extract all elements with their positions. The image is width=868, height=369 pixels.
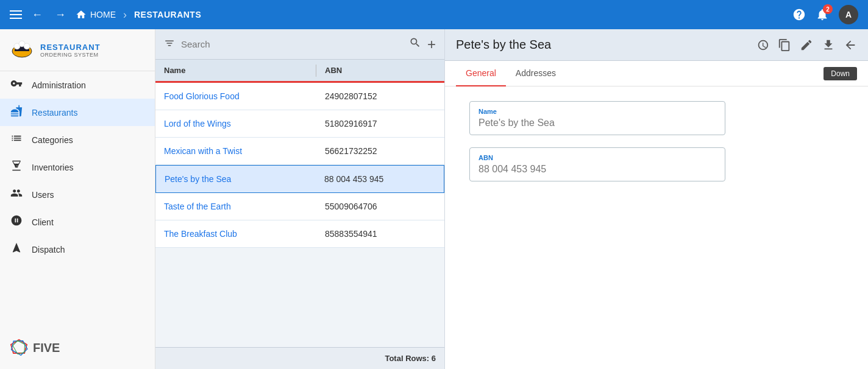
hamburger-menu[interactable] bbox=[10, 10, 22, 19]
detail-tabs: General Addresses Down bbox=[445, 61, 868, 86]
name-value: Pete's by the Sea bbox=[478, 118, 716, 128]
users-icon bbox=[10, 187, 23, 202]
abn-field-group: ABN 88 004 453 945 bbox=[469, 147, 725, 181]
restaurant-icon bbox=[10, 105, 23, 120]
row-abn: 24902807152 bbox=[316, 83, 444, 110]
home-nav[interactable]: HOME bbox=[76, 9, 116, 20]
sidebar-label-dispatch: Dispatch bbox=[32, 245, 65, 255]
history-button[interactable] bbox=[756, 38, 769, 52]
notification-badge: 2 bbox=[823, 4, 833, 14]
name-field-group: Name Pete's by the Sea bbox=[469, 101, 725, 135]
logo-sub: ORDERING SYSTEM bbox=[40, 52, 101, 58]
list-search-bar: + bbox=[155, 29, 444, 60]
nav-separator: › bbox=[123, 9, 127, 21]
client-icon bbox=[10, 214, 23, 230]
row-abn: 85883554941 bbox=[316, 220, 444, 247]
key-icon bbox=[10, 77, 23, 93]
edit-button[interactable] bbox=[800, 38, 813, 52]
list-panel: + Name ABN Food Glorious Food 2490280715… bbox=[155, 29, 445, 369]
table-row[interactable]: Food Glorious Food 24902807152 bbox=[155, 83, 444, 110]
table-row[interactable]: Lord of the Wings 51802916917 bbox=[155, 110, 444, 138]
filter-icon[interactable] bbox=[164, 38, 175, 51]
tab-general[interactable]: General bbox=[456, 61, 506, 86]
sidebar-footer: FIVE bbox=[0, 334, 155, 362]
sidebar-label-categories: Categories bbox=[32, 135, 73, 145]
close-button[interactable] bbox=[844, 38, 857, 52]
logo-restaurant: RESTAURANT bbox=[40, 43, 101, 52]
notification-button[interactable]: 2 bbox=[816, 8, 829, 21]
inventory-icon bbox=[10, 160, 23, 175]
sidebar-item-inventories[interactable]: Inventories bbox=[0, 153, 155, 181]
table-row[interactable]: The Breakfast Club 85883554941 bbox=[155, 220, 444, 248]
back-button[interactable]: ← bbox=[29, 6, 45, 24]
row-name: Pete's by the Sea bbox=[156, 166, 316, 192]
home-icon bbox=[76, 9, 87, 20]
five-label: FIVE bbox=[33, 341, 60, 355]
detail-body: Name Pete's by the Sea ABN 88 004 453 94… bbox=[445, 86, 868, 196]
sidebar: RESTAURANT ORDERING SYSTEM Administratio… bbox=[0, 29, 155, 369]
help-button[interactable] bbox=[792, 8, 806, 21]
categories-icon bbox=[10, 132, 23, 147]
table-footer: Total Rows: 6 bbox=[155, 347, 444, 369]
sidebar-label-administration: Administration bbox=[32, 80, 86, 90]
table-body: Food Glorious Food 24902807152 Lord of t… bbox=[155, 83, 444, 347]
table-row[interactable]: Mexican with a Twist 56621732252 bbox=[155, 138, 444, 165]
dispatch-icon bbox=[10, 242, 23, 257]
sidebar-item-categories[interactable]: Categories bbox=[0, 126, 155, 153]
row-abn: 88 004 453 945 bbox=[316, 166, 444, 192]
current-page-label: RESTAURANTS bbox=[134, 10, 201, 19]
add-button[interactable]: + bbox=[427, 37, 436, 52]
detail-title: Pete's by the Sea bbox=[456, 38, 756, 52]
name-label: Name bbox=[478, 108, 716, 115]
row-name: Food Glorious Food bbox=[155, 83, 316, 110]
column-header-name: Name bbox=[155, 60, 316, 81]
sidebar-item-users[interactable]: Users bbox=[0, 181, 155, 208]
table-row[interactable]: Pete's by the Sea 88 004 453 945 bbox=[155, 165, 444, 193]
copy-button[interactable] bbox=[778, 38, 791, 52]
tab-addresses[interactable]: Addresses bbox=[506, 61, 566, 86]
row-name: Taste of the Earth bbox=[155, 193, 316, 220]
sidebar-label-inventories: Inventories bbox=[32, 163, 73, 172]
restaurant-logo-icon bbox=[10, 38, 34, 62]
top-nav: ← → HOME › RESTAURANTS 2 A bbox=[0, 0, 868, 29]
five-logo-icon bbox=[10, 339, 28, 357]
sidebar-label-client: Client bbox=[32, 217, 54, 227]
down-button[interactable]: Down bbox=[824, 67, 857, 80]
main-content: + Name ABN Food Glorious Food 2490280715… bbox=[155, 29, 868, 369]
table-row[interactable]: Taste of the Earth 55009064706 bbox=[155, 193, 444, 220]
table-header: Name ABN bbox=[155, 60, 444, 83]
abn-value: 88 004 453 945 bbox=[478, 164, 716, 175]
user-avatar[interactable]: A bbox=[839, 5, 858, 24]
abn-label: ABN bbox=[478, 154, 716, 161]
svg-point-4 bbox=[24, 43, 30, 49]
download-button[interactable] bbox=[822, 38, 835, 52]
sidebar-item-administration[interactable]: Administration bbox=[0, 71, 155, 99]
sidebar-logo: RESTAURANT ORDERING SYSTEM bbox=[0, 29, 155, 71]
home-label: HOME bbox=[90, 10, 116, 19]
sidebar-item-dispatch[interactable]: Dispatch bbox=[0, 236, 155, 263]
sidebar-item-restaurants[interactable]: Restaurants bbox=[0, 99, 155, 126]
detail-panel: Pete's by the Sea bbox=[445, 29, 868, 369]
column-header-abn: ABN bbox=[316, 60, 444, 81]
search-input[interactable] bbox=[181, 39, 403, 49]
sidebar-item-client[interactable]: Client bbox=[0, 208, 155, 236]
search-icon[interactable] bbox=[409, 37, 421, 52]
row-name: The Breakfast Club bbox=[155, 220, 316, 247]
sidebar-label-restaurants: Restaurants bbox=[32, 108, 77, 118]
help-icon bbox=[792, 8, 806, 21]
row-name: Lord of the Wings bbox=[155, 110, 316, 137]
row-name: Mexican with a Twist bbox=[155, 138, 316, 164]
forward-button[interactable]: → bbox=[52, 6, 68, 24]
row-abn: 56621732252 bbox=[316, 138, 444, 164]
row-abn: 51802916917 bbox=[316, 110, 444, 137]
detail-actions bbox=[756, 38, 857, 52]
row-abn: 55009064706 bbox=[316, 193, 444, 220]
detail-header: Pete's by the Sea bbox=[445, 29, 868, 61]
sidebar-label-users: Users bbox=[32, 190, 54, 200]
